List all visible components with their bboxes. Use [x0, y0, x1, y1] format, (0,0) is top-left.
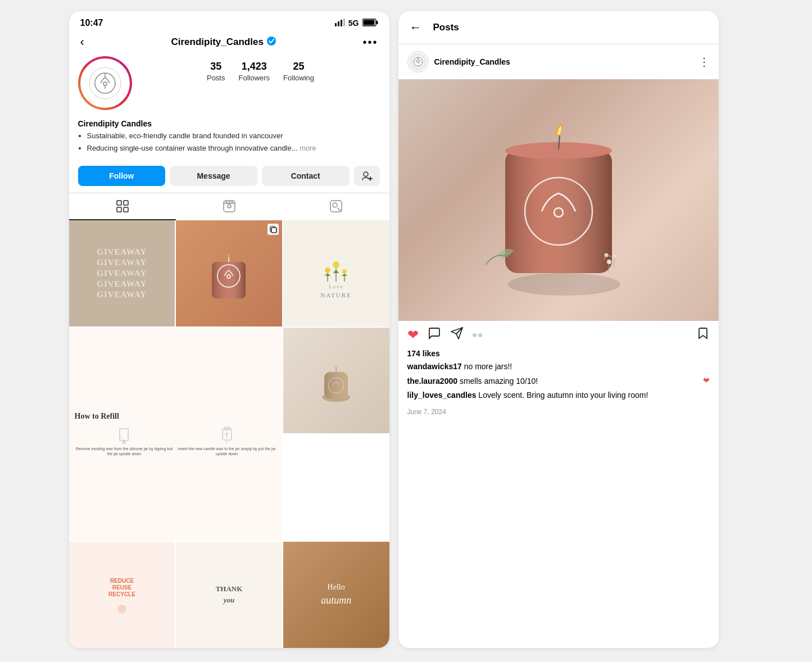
- more-options-button[interactable]: •••: [362, 36, 378, 49]
- comment-text-3: lily_loves_candles Lovely scent. Bring a…: [407, 390, 648, 401]
- svg-point-38: [342, 269, 347, 274]
- comment-row-3: lily_loves_candles Lovely scent. Bring a…: [407, 390, 710, 401]
- svg-point-7: [267, 37, 276, 46]
- comment-row-2: the.laura2000 smells amazing 10/10! ❤: [407, 376, 710, 387]
- grid-post-8[interactable]: Hello autumn: [283, 542, 389, 648]
- back-button[interactable]: ‹: [80, 35, 84, 49]
- posts-count: 35: [207, 61, 225, 72]
- svg-point-24: [231, 201, 233, 203]
- svg-rect-3: [343, 19, 345, 26]
- svg-point-36: [325, 267, 330, 273]
- svg-point-68: [613, 255, 616, 258]
- comment-text-1: wandawicks17 no more jars!!: [407, 361, 512, 373]
- svg-rect-2: [341, 20, 342, 26]
- grid-post-3[interactable]: Love NATURE: [283, 220, 389, 327]
- comment-button[interactable]: [428, 327, 441, 343]
- svg-text:REDUCE: REDUCE: [110, 578, 134, 584]
- content-tabs: [69, 193, 389, 220]
- svg-rect-19: [124, 207, 128, 212]
- following-label: Following: [283, 74, 314, 82]
- svg-point-22: [225, 201, 227, 203]
- svg-text:RECYCLE: RECYCLE: [108, 591, 135, 597]
- verified-badge: [267, 37, 276, 48]
- grid-post-2[interactable]: [176, 220, 282, 327]
- svg-point-32: [228, 254, 230, 257]
- posts-title: Posts: [433, 22, 707, 33]
- message-button[interactable]: Message: [170, 166, 257, 186]
- grid-post-5[interactable]: [283, 328, 389, 434]
- like-button[interactable]: ❤: [407, 327, 419, 343]
- svg-line-71: [614, 258, 615, 267]
- battery-icon: [362, 19, 378, 28]
- more-reactions-button[interactable]: [473, 333, 482, 337]
- tab-grid[interactable]: [69, 193, 176, 220]
- network-label: 5G: [348, 19, 359, 28]
- svg-rect-5: [376, 21, 378, 24]
- share-button[interactable]: [450, 327, 464, 343]
- svg-point-59: [417, 61, 419, 63]
- svg-rect-28: [212, 262, 246, 298]
- svg-point-67: [607, 260, 611, 264]
- svg-point-13: [364, 172, 368, 176]
- svg-rect-0: [335, 23, 337, 26]
- grid-post-6[interactable]: REDUCE REUSE RECYCLE 🙂: [69, 542, 175, 648]
- grid-post-4[interactable]: How to Refill Remove existing wax from t…: [69, 328, 282, 541]
- posts-grid: GIVEAWAY GIVEAWAY GIVEAWAY GIVEAWAY GIVE…: [69, 220, 389, 648]
- post-date: June 7, 2024: [398, 405, 719, 425]
- post-likes-count: 174 likes: [398, 349, 719, 361]
- post-actions-row: ❤: [398, 321, 719, 349]
- contact-button[interactable]: Contact: [262, 166, 350, 186]
- post-more-button[interactable]: ⋮: [698, 55, 710, 69]
- svg-point-42: [121, 443, 127, 444]
- status-icons: 5G: [335, 19, 378, 28]
- svg-text:REUSE: REUSE: [112, 584, 132, 591]
- bio-line-1: Sustainable, eco-friendly candle brand f…: [87, 130, 380, 142]
- posts-header: ← Posts: [398, 11, 719, 44]
- action-buttons: Follow Message Contact: [69, 161, 389, 193]
- posts-back-button[interactable]: ←: [410, 20, 422, 35]
- svg-rect-47: [324, 372, 348, 399]
- grid-post-7[interactable]: THANK you: [176, 542, 282, 648]
- svg-rect-16: [117, 201, 121, 205]
- follow-button[interactable]: Follow: [78, 166, 166, 186]
- tab-tagged[interactable]: [283, 193, 389, 220]
- svg-point-8: [89, 67, 121, 99]
- followers-count: 1,423: [238, 61, 270, 72]
- svg-point-26: [333, 203, 337, 207]
- status-bar: 10:47 5G: [69, 11, 389, 33]
- grid-post-1[interactable]: GIVEAWAY GIVEAWAY GIVEAWAY GIVEAWAY GIVE…: [69, 220, 175, 327]
- signal-icon: [335, 19, 345, 28]
- comment-row-1: wandawicks17 no more jars!!: [407, 361, 710, 373]
- avatar: [80, 58, 130, 108]
- post-user-info: Cirendipity_Candles: [407, 51, 510, 72]
- profile-info-row: 35 Posts 1,423 Followers 25 Following: [69, 56, 389, 117]
- svg-rect-1: [338, 21, 339, 26]
- svg-point-21: [228, 205, 231, 208]
- avatar-wrapper: [78, 56, 132, 110]
- stat-posts[interactable]: 35 Posts: [207, 61, 225, 83]
- stat-followers[interactable]: 1,423 Followers: [238, 61, 270, 83]
- svg-point-60: [508, 273, 620, 296]
- posts-panel: ← Posts Cirendipity_Candles ⋮: [398, 11, 719, 648]
- post-user-avatar[interactable]: [407, 51, 429, 72]
- post-user-row: Cirendipity_Candles ⋮: [398, 44, 719, 79]
- multi-post-badge: [267, 224, 279, 235]
- profile-bio: Sustainable, eco-friendly candle brand f…: [78, 130, 380, 153]
- posts-label: Posts: [207, 74, 225, 82]
- post-username[interactable]: Cirendipity_Candles: [434, 57, 510, 66]
- bio-more-link[interactable]: more: [300, 144, 316, 152]
- comment-heart-icon[interactable]: ❤: [703, 376, 710, 385]
- profile-display-name: Cirendipity Candles: [78, 119, 380, 128]
- svg-rect-18: [117, 207, 121, 212]
- stat-following[interactable]: 25 Following: [283, 61, 314, 83]
- tab-reels[interactable]: [176, 193, 283, 220]
- svg-rect-17: [124, 201, 128, 205]
- svg-point-56: [411, 55, 425, 69]
- save-button[interactable]: [696, 327, 710, 343]
- followers-label: Followers: [238, 74, 270, 82]
- svg-rect-62: [505, 149, 612, 273]
- add-user-button[interactable]: [354, 166, 380, 186]
- svg-point-50: [335, 366, 337, 369]
- post-comments: wandawicks17 no more jars!! the.laura200…: [398, 361, 719, 401]
- svg-point-54: [117, 605, 126, 614]
